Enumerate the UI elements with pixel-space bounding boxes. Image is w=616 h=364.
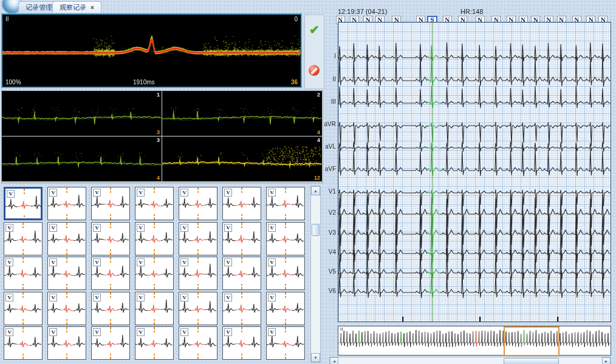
rhythm-selection-box[interactable] [504,326,560,356]
tab-label: 记录管理 [26,4,52,11]
lead-label-I: I [321,53,336,59]
template-card[interactable]: V [91,326,130,360]
template-card[interactable]: V [222,187,261,220]
template-card[interactable]: V [222,292,261,325]
template-card[interactable]: V [179,257,217,290]
template-card[interactable]: V [47,292,86,325]
template-card-label: V [5,224,13,232]
channel-panel-grid: 132434412 [1,90,323,183]
lead-label-V5: V5 [321,268,336,275]
beat-overlay-panel[interactable]: II 0 100% 1910ms 36 [1,13,302,88]
template-card[interactable]: V [4,222,43,255]
ecg-h-scrollbar[interactable]: ◄ ► [329,357,611,364]
template-card[interactable]: V [4,326,43,360]
scroll-right-button[interactable]: ► [602,357,611,364]
channel-panel-3[interactable]: 34 [2,136,162,181]
reject-ban-icon[interactable] [309,65,320,76]
scroll-thumb[interactable] [312,224,320,236]
template-card-label: V [49,258,57,266]
rhythm-strip[interactable]: II [338,326,611,356]
template-card[interactable]: V [47,187,86,220]
template-card[interactable]: V [91,187,130,220]
channel-count-label: 4 [317,129,320,135]
template-card[interactable]: V [47,326,86,360]
lead-label-V3: V3 [321,229,336,236]
template-card-label: V [93,328,101,336]
template-card-label: V [49,189,57,197]
template-card[interactable]: V [222,326,261,360]
template-card-label: V [224,189,232,197]
template-card[interactable]: V [4,292,43,325]
channel-panel-2[interactable]: 24 [162,91,322,136]
template-card-label: V [268,258,276,266]
template-card[interactable]: V [4,257,43,290]
lead-label-III: III [321,98,336,105]
scroll-up-button[interactable]: ▲ [311,186,320,195]
template-card-label: V [224,258,232,266]
template-card[interactable]: V [266,326,305,360]
template-card[interactable]: V [91,257,130,290]
template-card-label: V [5,294,13,302]
template-card[interactable]: V [179,292,217,325]
channel-panel-1[interactable]: 13 [2,91,162,136]
template-card[interactable]: V [47,257,86,290]
template-card-label: V [5,258,13,266]
template-card-label: V [93,189,101,197]
template-card-label: V [180,294,188,302]
template-card-label: V [93,294,101,302]
template-card-label: V [268,224,276,232]
template-card[interactable]: V [135,257,174,290]
template-card[interactable]: V [91,222,130,255]
template-scrollbar[interactable]: ▲ ▼ [310,186,321,363]
overlay-channel-label: 0 [294,16,298,22]
scroll-left-button[interactable]: ◄ [330,357,338,364]
template-card[interactable]: V [179,222,217,255]
rhythm-lead-label: II [340,326,343,332]
template-card[interactable]: V [135,292,174,325]
template-card[interactable]: V [266,222,305,255]
template-card[interactable]: V [91,292,130,325]
template-card[interactable]: V [222,257,261,290]
template-card-label: V [49,224,57,232]
template-card[interactable]: V [266,257,305,290]
lead-label-V4: V4 [321,249,336,255]
lead-label-V2: V2 [321,209,336,216]
template-card-label: V [224,294,232,302]
scroll-down-button[interactable]: ▼ [311,353,320,362]
ecg-timestamp: 12:19:37 (04-21) [338,8,387,15]
template-card-label: V [180,328,188,336]
template-card-label: V [137,189,145,197]
channel-panel-4[interactable]: 412 [162,136,322,181]
template-card[interactable]: V [266,292,305,325]
template-card[interactable]: V [179,187,217,220]
ecg-heart-rate: HR:148 [460,8,483,15]
accept-check-icon[interactable]: ✔ [305,22,324,37]
ecg-paper[interactable] [338,22,611,322]
overlay-span-label: 1910ms [133,79,155,86]
template-card-label: V [268,189,276,197]
template-card-label: V [137,258,145,266]
tab-observation-record[interactable]: 观察记录× [52,1,101,13]
template-card[interactable]: V [266,187,305,220]
template-card-label: V [180,258,188,266]
lead-label-V1: V1 [321,188,336,195]
h-scroll-thumb[interactable] [504,358,559,364]
template-card[interactable]: V [47,222,86,255]
channel-number-label: 2 [317,92,320,98]
channel-number-label: 1 [157,92,160,98]
template-card-label: V [93,224,101,232]
overlay-lead-label: II [5,16,9,22]
rhythm-strip-canvas [338,326,611,355]
template-card[interactable]: V [179,326,217,360]
template-card[interactable]: V [4,187,43,220]
template-card-label: V [137,294,145,302]
template-card-label: V [5,328,13,336]
lead-label-aVF: aVF [321,166,336,172]
template-card[interactable]: V [135,187,174,220]
template-card[interactable]: V [222,222,261,255]
lead-label-aVL: aVL [321,143,336,150]
template-card[interactable]: V [135,326,174,360]
template-card[interactable]: V [135,222,174,255]
template-card-label: V [137,328,145,336]
tab-close-icon[interactable]: × [91,4,94,11]
